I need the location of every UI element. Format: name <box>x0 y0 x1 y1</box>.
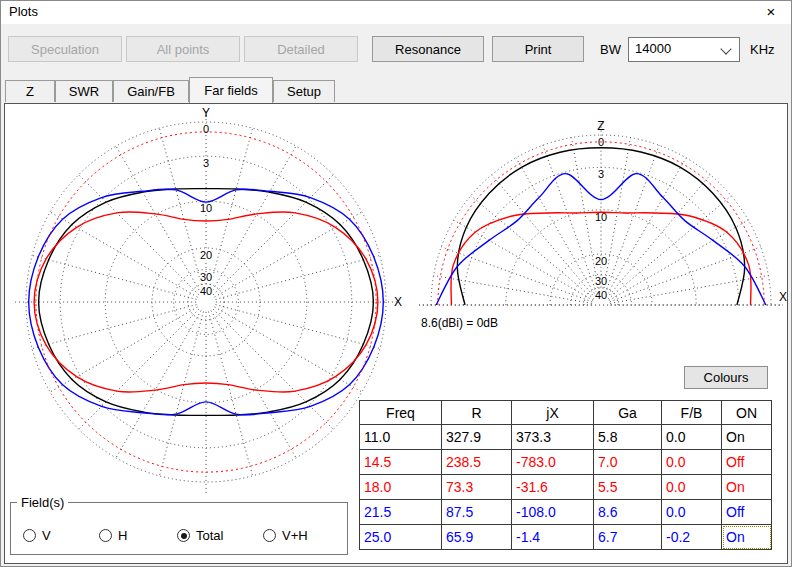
resonance-button[interactable]: Resonance <box>372 36 484 62</box>
radio-circle-icon <box>263 529 276 542</box>
table-cell: 327.9 <box>442 425 512 450</box>
svg-text:40: 40 <box>595 289 607 301</box>
table-cell: -1.4 <box>512 525 594 550</box>
gain-reference-label: 8.6(dBi) = 0dB <box>421 316 498 330</box>
elevation-polar-plot: 0310203040ZX <box>411 109 791 325</box>
table-row: 21.587.5-108.08.60.0Off <box>360 500 772 525</box>
col-header-ga: Ga <box>594 401 662 425</box>
on-off-cell[interactable]: On <box>722 525 772 550</box>
on-off-cell[interactable]: On <box>722 425 772 450</box>
window-title: Plots <box>9 4 38 19</box>
bw-value: 14000 <box>635 41 671 56</box>
table-cell: 21.5 <box>360 500 442 525</box>
tab-z[interactable]: Z <box>5 80 55 102</box>
col-header-jx: jX <box>512 401 594 425</box>
table-cell: -783.0 <box>512 450 594 475</box>
table-cell: 5.5 <box>594 475 662 500</box>
table-cell: 11.0 <box>360 425 442 450</box>
radio-v-label: V <box>42 528 51 543</box>
print-button[interactable]: Print <box>492 36 584 62</box>
dropdown-chevron-icon[interactable] <box>720 43 731 54</box>
fields-group-label: Field(s) <box>17 495 68 510</box>
tab-swr[interactable]: SWR <box>55 80 113 102</box>
svg-text:10: 10 <box>200 202 212 214</box>
table-cell: 6.7 <box>594 525 662 550</box>
col-header-fb: F/B <box>662 401 722 425</box>
speculation-button[interactable]: Speculation <box>8 36 122 62</box>
tab-setup[interactable]: Setup <box>273 80 335 102</box>
table-row: 25.065.9-1.46.7-0.2On <box>360 525 772 550</box>
table-cell: 5.8 <box>594 425 662 450</box>
col-header-freq: Freq <box>360 401 442 425</box>
radio-h[interactable]: H <box>99 528 127 543</box>
svg-text:30: 30 <box>595 275 607 287</box>
table-cell: -31.6 <box>512 475 594 500</box>
radio-circle-icon <box>177 529 190 542</box>
svg-text:3: 3 <box>203 157 209 169</box>
table-cell: 14.5 <box>360 450 442 475</box>
detailed-button[interactable]: Detailed <box>244 36 358 62</box>
radio-v-plus-h[interactable]: V+H <box>263 528 308 543</box>
on-off-cell[interactable]: On <box>722 475 772 500</box>
all-points-button[interactable]: All points <box>126 36 240 62</box>
close-icon[interactable]: × <box>750 0 792 24</box>
table-row: 11.0327.9373.35.80.0On <box>360 425 772 450</box>
table-cell: -0.2 <box>662 525 722 550</box>
khz-label: KHz <box>750 42 775 57</box>
radio-circle-icon <box>23 529 36 542</box>
table-cell: 0.0 <box>662 450 722 475</box>
svg-text:40: 40 <box>200 285 212 297</box>
colours-button[interactable]: Colours <box>684 366 768 389</box>
svg-text:20: 20 <box>200 249 212 261</box>
radio-total-label: Total <box>196 528 223 543</box>
on-off-cell[interactable]: Off <box>722 450 772 475</box>
svg-text:3: 3 <box>598 168 604 180</box>
table-cell: 373.3 <box>512 425 594 450</box>
on-off-cell[interactable]: Off <box>722 500 772 525</box>
title-bar: Plots × <box>0 0 792 24</box>
svg-text:0: 0 <box>203 123 209 135</box>
table-cell: 0.0 <box>662 425 722 450</box>
svg-text:30: 30 <box>200 271 212 283</box>
table-cell: -108.0 <box>512 500 594 525</box>
bw-combobox[interactable]: 14000 <box>628 37 740 62</box>
table-header-row: Freq R jX Ga F/B ON <box>360 401 772 425</box>
radio-v-plus-h-label: V+H <box>282 528 308 543</box>
table-cell: 87.5 <box>442 500 512 525</box>
plot-panel: 0310203040YX 0310203040ZX 8.6(dBi) = 0dB… <box>4 103 788 564</box>
frequency-table: Freq R jX Ga F/B ON 11.0327.9373.35.80.0… <box>359 400 772 550</box>
col-header-r: R <box>442 401 512 425</box>
azimuth-polar-plot: 0310203040YX <box>7 105 407 501</box>
fields-groupbox: Field(s) V H Total V+H <box>10 495 348 555</box>
col-header-on: ON <box>722 401 772 425</box>
table-cell: 65.9 <box>442 525 512 550</box>
frequency-table-body: 11.0327.9373.35.80.0On14.5238.5-783.07.0… <box>360 425 772 550</box>
table-row: 18.073.3-31.65.50.0On <box>360 475 772 500</box>
svg-text:20: 20 <box>595 255 607 267</box>
radio-v[interactable]: V <box>23 528 51 543</box>
svg-text:Y: Y <box>202 106 210 120</box>
table-cell: 25.0 <box>360 525 442 550</box>
svg-text:X: X <box>779 290 787 304</box>
table-row: 14.5238.5-783.07.00.0Off <box>360 450 772 475</box>
radio-total[interactable]: Total <box>177 528 223 543</box>
tab-gain-fb[interactable]: Gain/FB <box>113 80 189 102</box>
bw-label: BW <box>600 42 621 57</box>
radio-circle-icon <box>99 529 112 542</box>
tab-far-fields[interactable]: Far fields <box>189 77 273 103</box>
table-cell: 238.5 <box>442 450 512 475</box>
table-cell: 8.6 <box>594 500 662 525</box>
table-cell: 73.3 <box>442 475 512 500</box>
table-cell: 0.0 <box>662 500 722 525</box>
table-cell: 7.0 <box>594 450 662 475</box>
table-cell: 18.0 <box>360 475 442 500</box>
table-cell: 0.0 <box>662 475 722 500</box>
svg-text:X: X <box>394 295 402 309</box>
svg-text:Z: Z <box>597 119 604 133</box>
radio-h-label: H <box>118 528 127 543</box>
